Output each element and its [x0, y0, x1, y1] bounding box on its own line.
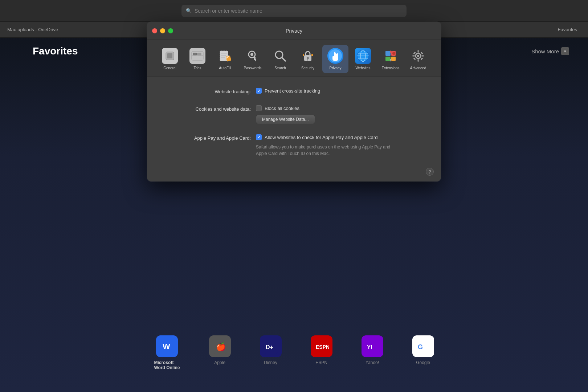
yahoo-label: Yahoo!	[366, 360, 379, 365]
favorite-word[interactable]: W MicrosoftWord Online	[154, 335, 180, 370]
address-bar[interactable]: 🔍 Search or enter website name	[181, 5, 407, 17]
favorite-google[interactable]: G Google	[412, 335, 434, 370]
privacy-icon	[327, 48, 343, 64]
svg-text:W: W	[163, 342, 170, 351]
website-tracking-controls: ✓ Prevent cross-site tracking	[256, 88, 320, 94]
apple-pay-row: Apple Pay and Apple Card: ✓ Allow websit…	[162, 134, 426, 157]
svg-rect-3	[193, 53, 197, 55]
prevent-tracking-checkbox[interactable]: ✓	[256, 88, 262, 94]
svg-line-18	[282, 57, 285, 61]
svg-rect-23	[311, 54, 313, 56]
google-label: Google	[416, 360, 430, 365]
show-more-button[interactable]: Show More ▾	[527, 45, 573, 57]
espn-icon: ESPN	[311, 335, 332, 357]
svg-text:D+: D+	[266, 344, 273, 350]
apple-pay-checkbox[interactable]: ✓	[256, 134, 262, 140]
tab-advanced[interactable]: Advanced	[405, 45, 431, 73]
tabs-icon	[189, 48, 205, 64]
manage-website-data-button[interactable]: Manage Website Data...	[256, 115, 315, 124]
svg-text:🍎: 🍎	[216, 342, 226, 352]
tabs-label: Tabs	[193, 66, 201, 70]
dialog-title: Privacy	[286, 28, 302, 34]
tab-security[interactable]: Security	[295, 45, 321, 73]
favorite-espn[interactable]: ESPN ESPN	[311, 335, 332, 370]
close-button[interactable]	[152, 28, 157, 33]
help-button[interactable]: ?	[426, 168, 434, 176]
svg-rect-44	[412, 56, 415, 57]
svg-point-35	[392, 52, 395, 55]
window-controls	[152, 28, 173, 33]
passwords-icon	[245, 48, 261, 64]
tab-privacy[interactable]: Privacy	[322, 45, 348, 73]
tab-search[interactable]: Search	[267, 45, 293, 73]
disney-label: Disney	[264, 360, 277, 365]
autofill-label: AutoFill	[219, 66, 231, 70]
cookies-controls: Block all cookies Manage Website Data...	[256, 105, 315, 124]
apple-pay-controls: ✓ Allow websites to check for Apple Pay …	[256, 134, 394, 157]
svg-point-41	[417, 55, 419, 57]
tab-autofill[interactable]: AutoFill	[212, 45, 238, 73]
preferences-dialog: Privacy General Tabs	[147, 22, 441, 181]
general-icon	[162, 48, 178, 64]
website-tracking-row: Website tracking: ✓ Prevent cross-site t…	[162, 88, 426, 95]
security-label: Security	[301, 66, 314, 70]
block-cookies-label: Block all cookies	[265, 106, 299, 111]
apple-label: Apple	[214, 360, 225, 365]
prevent-tracking-label: Prevent cross-site tracking	[265, 88, 320, 94]
websites-icon	[355, 48, 371, 64]
tab-passwords[interactable]: Passwords	[240, 45, 266, 73]
tab-extensions[interactable]: Extensions	[377, 45, 404, 73]
svg-rect-46	[413, 52, 416, 54]
tab-left[interactable]: Mac uploads - OneDrive	[0, 22, 145, 37]
word-icon: W	[156, 335, 178, 357]
disney-icon: D+	[260, 335, 282, 357]
favorites-title: Favorites	[33, 45, 78, 57]
security-icon	[300, 48, 316, 64]
apple-icon: 🍎	[209, 335, 231, 357]
websites-label: Websites	[356, 66, 371, 70]
google-icon: G	[412, 335, 434, 357]
tab-tabs[interactable]: Tabs	[184, 45, 211, 73]
apple-pay-label: Apple Pay and Apple Card:	[162, 134, 256, 142]
apple-pay-checkbox-row: ✓ Allow websites to check for Apple Pay …	[256, 134, 394, 140]
favorite-disney[interactable]: D+ Disney	[260, 335, 282, 370]
preferences-toolbar: General Tabs	[147, 40, 441, 77]
address-bar-placeholder: Search or enter website name	[195, 8, 262, 14]
svg-rect-49	[420, 52, 423, 54]
svg-rect-4	[197, 53, 201, 55]
chevron-down-icon: ▾	[561, 47, 569, 55]
cookies-label: Cookies and website data:	[162, 105, 256, 113]
maximize-button[interactable]	[168, 28, 173, 33]
favorites-bottom-bar: W MicrosoftWord Online 🍎 Apple D+ Disney…	[0, 328, 588, 377]
minimize-button[interactable]	[160, 28, 165, 33]
favorite-yahoo[interactable]: Y! Yahoo!	[362, 335, 383, 370]
svg-rect-47	[420, 57, 423, 60]
privacy-label: Privacy	[330, 66, 342, 70]
svg-rect-42	[418, 50, 419, 53]
svg-rect-37	[391, 57, 396, 61]
cookies-row: Cookies and website data: Block all cook…	[162, 105, 426, 124]
advanced-icon	[410, 48, 426, 64]
svg-rect-22	[303, 54, 304, 56]
favorite-apple[interactable]: 🍎 Apple	[209, 335, 231, 370]
search-label: Search	[274, 66, 286, 70]
svg-rect-48	[413, 57, 416, 60]
tab-right[interactable]: Favorites	[547, 22, 588, 37]
svg-rect-36	[385, 57, 391, 61]
svg-text:Y!: Y!	[367, 344, 372, 350]
block-cookies-checkbox[interactable]	[256, 105, 262, 111]
svg-rect-43	[418, 59, 419, 62]
prevent-tracking-row: ✓ Prevent cross-site tracking	[256, 88, 320, 94]
dialog-titlebar: Privacy	[147, 22, 441, 40]
autofill-icon	[217, 48, 233, 64]
svg-point-13	[250, 53, 253, 56]
general-label: General	[163, 66, 176, 70]
apple-pay-checkbox-label: Allow websites to check for Apple Pay an…	[265, 135, 377, 140]
tab-general[interactable]: General	[157, 45, 183, 73]
svg-rect-45	[421, 56, 424, 57]
svg-text:G: G	[418, 343, 423, 351]
svg-rect-15	[255, 59, 256, 60]
tab-websites[interactable]: Websites	[350, 45, 376, 73]
yahoo-icon: Y!	[362, 335, 383, 357]
svg-rect-1	[167, 53, 172, 58]
